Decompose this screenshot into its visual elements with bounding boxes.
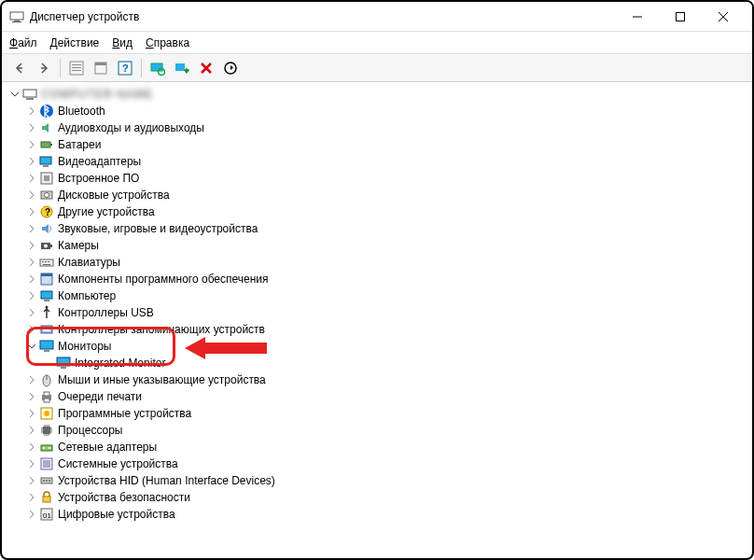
category-node[interactable]: Звуковые, игровые и видеоустройства: [26, 220, 752, 237]
battery-icon: [39, 137, 54, 152]
category-node[interactable]: Мониторы: [26, 338, 752, 355]
expander-icon[interactable]: [26, 273, 37, 285]
category-node[interactable]: Процессоры: [26, 422, 752, 439]
help-button[interactable]: ?: [114, 57, 136, 79]
category-node[interactable]: Контроллеры USB: [26, 304, 752, 321]
svg-rect-20: [26, 98, 34, 100]
expander-icon[interactable]: [26, 475, 37, 486]
expander-icon[interactable]: [26, 374, 37, 385]
expander-icon[interactable]: [26, 408, 37, 419]
category-label: Мониторы: [58, 340, 111, 353]
category-node[interactable]: Программные устройства: [26, 405, 752, 422]
category-node[interactable]: 01Цифровые устройства: [26, 506, 752, 523]
expander-icon[interactable]: [26, 223, 37, 234]
expander-icon[interactable]: [26, 441, 37, 453]
category-node[interactable]: Мыши и иные указывающие устройства: [26, 371, 752, 388]
category-node[interactable]: Клавиатуры: [26, 254, 752, 271]
category-node[interactable]: Сетевые адаптеры: [26, 439, 752, 455]
expander-icon[interactable]: [26, 206, 37, 217]
svg-rect-25: [43, 165, 49, 167]
svg-rect-22: [41, 142, 50, 147]
category-node[interactable]: Видеоадаптеры: [26, 153, 752, 170]
expander-icon[interactable]: [26, 458, 37, 469]
svg-rect-43: [44, 300, 49, 301]
category-label: Устройства безопасности: [58, 491, 190, 504]
category-node[interactable]: Дисковые устройства: [26, 187, 752, 203]
svg-rect-47: [40, 341, 53, 349]
category-node[interactable]: Батареи: [26, 136, 752, 153]
expander-icon[interactable]: [26, 509, 37, 520]
category-node[interactable]: Устройства безопасности: [26, 489, 752, 506]
svg-rect-9: [72, 67, 81, 68]
cpu-icon: [39, 423, 54, 438]
category-node[interactable]: Контроллеры запоминающих устройств: [26, 321, 752, 338]
category-node[interactable]: Системные устройства: [26, 455, 752, 472]
firmware-icon: [39, 171, 54, 186]
svg-rect-63: [43, 460, 50, 468]
separator: [60, 59, 61, 77]
maximize-button[interactable]: [659, 3, 702, 31]
expander-icon[interactable]: [26, 139, 37, 150]
expander-icon[interactable]: [26, 257, 37, 268]
menu-file[interactable]: Файл: [9, 36, 37, 49]
svg-rect-46: [43, 328, 50, 331]
device-tree-panel[interactable]: COMPUTER-NAMEBluetoothАудиовходы и аудио…: [2, 82, 752, 558]
svg-point-65: [43, 480, 45, 482]
menu-help[interactable]: Справка: [146, 36, 189, 49]
svg-rect-36: [42, 261, 44, 262]
device-label: Integrated Monitor: [75, 357, 165, 370]
expander-icon[interactable]: [26, 290, 37, 301]
digital-icon: 01: [39, 507, 54, 522]
expander-icon[interactable]: [26, 391, 37, 402]
svg-rect-54: [44, 392, 49, 396]
expander-icon[interactable]: [26, 341, 37, 352]
expander-icon[interactable]: [26, 425, 37, 436]
category-node[interactable]: Встроенное ПО: [26, 170, 752, 187]
category-label: Батареи: [58, 138, 101, 151]
expander-icon[interactable]: [26, 324, 37, 335]
svg-rect-55: [44, 399, 49, 402]
category-node[interactable]: Bluetooth: [26, 103, 752, 119]
titlebar: Диспетчер устройств: [2, 2, 752, 32]
back-button[interactable]: [8, 57, 31, 79]
expander-icon[interactable]: [26, 105, 37, 117]
category-label: Сетевые адаптеры: [58, 441, 157, 454]
device-node[interactable]: Integrated Monitor: [43, 355, 752, 371]
category-node[interactable]: Компьютер: [26, 287, 752, 304]
uninstall-button[interactable]: [195, 57, 217, 79]
properties-button[interactable]: [90, 57, 112, 79]
close-button[interactable]: [702, 3, 745, 31]
software-icon: [39, 272, 54, 287]
menu-view[interactable]: Вид: [112, 36, 133, 49]
expander-icon[interactable]: [26, 240, 37, 251]
category-node[interactable]: Аудиовходы и аудиовыходы: [26, 119, 752, 136]
show-hide-tree-button[interactable]: [65, 57, 88, 79]
menu-action[interactable]: Действие: [50, 36, 100, 49]
category-node[interactable]: Камеры: [26, 237, 752, 254]
expander-icon[interactable]: [26, 189, 37, 201]
category-label: Дисковые устройства: [58, 189, 170, 202]
category-node[interactable]: Очереди печати: [26, 388, 752, 405]
svg-point-44: [46, 306, 49, 309]
network-icon: [39, 440, 54, 455]
expander-icon[interactable]: [26, 307, 37, 318]
expander-icon[interactable]: [26, 492, 37, 503]
category-label: Очереди печати: [58, 390, 142, 403]
minimize-button[interactable]: [616, 3, 659, 31]
category-node[interactable]: Устройства HID (Human Interface Devices): [26, 472, 752, 489]
disable-button[interactable]: [219, 57, 242, 79]
expander-icon[interactable]: [26, 173, 37, 184]
category-node[interactable]: ?Другие устройства: [26, 203, 752, 220]
category-node[interactable]: Компоненты программного обеспечения: [26, 271, 752, 287]
scan-hardware-button[interactable]: [147, 57, 169, 79]
svg-point-66: [46, 480, 48, 482]
other-icon: ?: [39, 204, 54, 219]
svg-rect-1: [14, 20, 20, 21]
svg-rect-58: [43, 427, 50, 434]
expander-icon[interactable]: [26, 156, 37, 167]
update-driver-button[interactable]: [171, 57, 193, 79]
expander-icon[interactable]: [26, 122, 37, 133]
forward-button[interactable]: [33, 57, 55, 79]
expander-icon[interactable]: [9, 89, 21, 100]
tree-root-node[interactable]: COMPUTER-NAME: [9, 86, 752, 103]
